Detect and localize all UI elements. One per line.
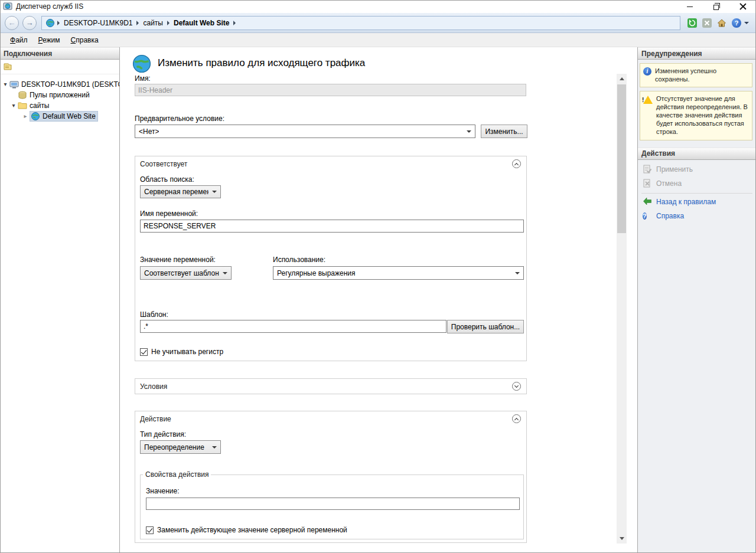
ignore-case-checkbox[interactable]: Не учитывать регистр bbox=[140, 348, 223, 356]
application-pools-icon bbox=[18, 90, 27, 100]
collapse-section-icon[interactable] bbox=[512, 414, 521, 423]
minimize-button[interactable] bbox=[676, 0, 703, 13]
restore-button[interactable] bbox=[703, 0, 729, 13]
help-icon[interactable] bbox=[732, 18, 741, 28]
breadcrumb-arrow-icon[interactable] bbox=[167, 21, 170, 25]
restart-icon[interactable] bbox=[687, 18, 697, 28]
chevron-down-icon[interactable] bbox=[744, 22, 749, 24]
back-to-rules-label[interactable]: Назад к правилам bbox=[656, 198, 716, 206]
breadcrumb-arrow-icon[interactable] bbox=[233, 21, 236, 25]
cancel-label: Отмена bbox=[656, 179, 682, 188]
conditions-section: Условия bbox=[135, 378, 527, 394]
apply-label: Применить bbox=[656, 165, 693, 174]
forward-button[interactable] bbox=[22, 16, 37, 30]
action-type-value: Переопределение bbox=[144, 443, 204, 451]
pattern-input[interactable] bbox=[140, 320, 447, 333]
tree-item-app-pools[interactable]: Пулы приложений bbox=[0, 90, 119, 100]
expander-icon[interactable] bbox=[22, 113, 28, 119]
breadcrumb-item-sites[interactable]: сайты bbox=[140, 19, 166, 27]
edit-precondition-button[interactable]: Изменить... bbox=[481, 125, 527, 138]
chevron-down-icon bbox=[467, 130, 471, 133]
tree-item-sites[interactable]: сайты bbox=[0, 100, 119, 111]
breadcrumb-item-default-web-site[interactable]: Default Web Site bbox=[171, 19, 232, 27]
new-connection-icon[interactable] bbox=[3, 62, 12, 71]
breadcrumb-item-server[interactable]: DESKTOP-U1MK9D1 bbox=[61, 19, 135, 27]
scope-value: Серверная переменн bbox=[144, 188, 208, 196]
tree-item-server[interactable]: DESKTOP-U1MK9D1 (DESKTOP bbox=[0, 79, 119, 90]
action-value-input[interactable] bbox=[146, 498, 520, 510]
using-value: Регулярные выражения bbox=[277, 269, 356, 277]
help-label[interactable]: Справка bbox=[656, 212, 684, 220]
help-icon bbox=[643, 211, 652, 221]
content-pane: Изменить правило для исходящего трафика … bbox=[120, 47, 637, 553]
vertical-scrollbar[interactable] bbox=[617, 74, 627, 544]
precondition-select[interactable]: <Нет> bbox=[135, 125, 475, 138]
iis-app-icon bbox=[3, 2, 12, 11]
selected-tree-item[interactable]: Default Web Site bbox=[30, 111, 98, 122]
close-button[interactable] bbox=[729, 0, 756, 13]
back-arrow-icon bbox=[643, 197, 652, 207]
stop-icon[interactable] bbox=[702, 18, 712, 28]
expand-section-icon[interactable] bbox=[512, 382, 521, 391]
window-controls bbox=[676, 0, 756, 13]
window-title: Диспетчер служб IIS bbox=[16, 2, 83, 11]
action-properties-legend: Свойства действия bbox=[143, 470, 211, 479]
back-button bbox=[5, 16, 19, 30]
action-section-title: Действие bbox=[140, 415, 171, 423]
chevron-down-icon bbox=[223, 272, 227, 274]
breadcrumb[interactable]: DESKTOP-U1MK9D1 сайты Default Web Site bbox=[41, 16, 680, 30]
connections-toolbar bbox=[0, 60, 119, 74]
apply-action: Применить bbox=[638, 162, 756, 176]
expander-icon[interactable] bbox=[2, 81, 8, 87]
alerts-actions-pane: Предупреждения Изменения успешно сохране… bbox=[637, 47, 756, 553]
address-bar: DESKTOP-U1MK9D1 сайты Default Web Site bbox=[0, 13, 756, 33]
scope-label: Область поиска: bbox=[140, 175, 194, 184]
expander-icon[interactable] bbox=[11, 103, 17, 109]
variable-name-input[interactable] bbox=[140, 220, 524, 233]
chevron-down-icon bbox=[515, 272, 520, 274]
address-toolbar bbox=[687, 18, 751, 28]
variable-value-value: Соответствует шаблону bbox=[144, 269, 219, 277]
home-icon[interactable] bbox=[717, 18, 726, 28]
menu-view[interactable]: Режим bbox=[33, 34, 66, 46]
menu-help[interactable]: Справка bbox=[66, 34, 104, 46]
restore-icon bbox=[713, 5, 719, 10]
actions-header: Действия bbox=[638, 148, 756, 160]
match-section: Соответствует Область поиска: Серверная … bbox=[135, 156, 527, 361]
replace-value-checkbox[interactable]: Заменить действующее значение серверной … bbox=[146, 526, 347, 534]
action-properties-group: Свойства действия Значение: Заменить дей… bbox=[140, 470, 524, 539]
variable-value-label: Значение переменной: bbox=[140, 256, 216, 264]
test-pattern-button[interactable]: Проверить шаблон... bbox=[447, 320, 524, 333]
replace-value-label: Заменить действующее значение серверной … bbox=[157, 526, 347, 534]
page-title: Изменить правило для исходящего трафика bbox=[158, 57, 365, 69]
close-icon bbox=[739, 3, 747, 10]
breadcrumb-arrow-icon bbox=[57, 21, 60, 25]
match-section-title: Соответствует bbox=[140, 160, 187, 168]
breadcrumb-arrow-icon[interactable] bbox=[136, 21, 139, 25]
site-globe-icon bbox=[31, 112, 40, 121]
scroll-down-button[interactable] bbox=[617, 534, 627, 544]
using-select[interactable]: Регулярные выражения bbox=[273, 266, 524, 280]
checkbox-checked-icon[interactable] bbox=[140, 348, 148, 356]
action-type-label: Тип действия: bbox=[140, 430, 186, 439]
menu-file[interactable]: Файл bbox=[5, 34, 33, 46]
name-input bbox=[135, 84, 526, 96]
variable-value-select[interactable]: Соответствует шаблону bbox=[140, 266, 232, 280]
ignore-case-label: Не учитывать регистр bbox=[151, 348, 223, 356]
tree-item-label: Пулы приложений bbox=[30, 91, 90, 99]
minimize-icon bbox=[687, 6, 693, 7]
action-section: Действие Тип действия: Переопределение С… bbox=[135, 411, 527, 543]
chevron-down-icon bbox=[212, 191, 217, 193]
triangle-up-icon bbox=[620, 77, 624, 80]
scope-select[interactable]: Серверная переменн bbox=[140, 185, 221, 198]
scroll-up-button[interactable] bbox=[617, 74, 627, 84]
scrollbar-thumb[interactable] bbox=[617, 84, 626, 233]
collapse-section-icon[interactable] bbox=[512, 159, 521, 168]
site-globe-icon bbox=[45, 18, 55, 28]
action-type-select[interactable]: Переопределение bbox=[140, 440, 221, 454]
tree-item-default-web-site[interactable]: Default Web Site bbox=[0, 111, 119, 122]
checkbox-checked-icon[interactable] bbox=[146, 526, 154, 534]
help-action[interactable]: Справка bbox=[638, 209, 756, 223]
back-to-rules-action[interactable]: Назад к правилам bbox=[638, 195, 756, 209]
connections-header: Подключения bbox=[0, 47, 119, 60]
